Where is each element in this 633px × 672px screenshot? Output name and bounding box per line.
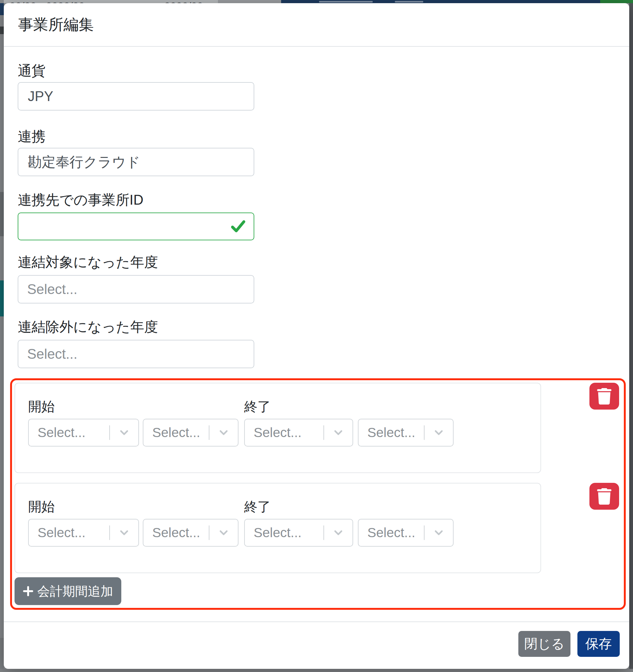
- select-placeholder: Select...: [38, 425, 109, 440]
- delete-period-button[interactable]: [589, 483, 619, 510]
- select-placeholder: Select...: [152, 425, 209, 440]
- background-green-bar: [600, 0, 633, 3]
- currency-input[interactable]: [18, 82, 254, 111]
- start-year-select[interactable]: Select...: [18, 275, 254, 304]
- period-selects: Select... Select...: [28, 519, 540, 547]
- period-end-label: 終了: [244, 399, 271, 414]
- chevron-down-icon[interactable]: [209, 430, 238, 435]
- period-start-year-select[interactable]: Select...: [28, 519, 139, 547]
- selects-gap: [238, 419, 244, 447]
- delete-period-button[interactable]: [589, 383, 619, 410]
- chevron-down-icon[interactable]: [324, 530, 352, 535]
- select-placeholder: Select...: [152, 525, 209, 540]
- end-year-label: 連結除外になった年度: [18, 319, 615, 334]
- add-period-label: 会計期間追加: [37, 583, 113, 600]
- background-page-left-strip: [0, 0, 4, 672]
- chevron-down-icon[interactable]: [424, 430, 453, 435]
- background-left-footer-segment: [0, 638, 4, 669]
- currency-label: 通貨: [18, 63, 615, 78]
- edit-office-dialog: 事業所編集 通貨 連携 連携先での事業所ID 連結対象になった年度 Select…: [4, 3, 629, 669]
- select-placeholder: Select...: [27, 346, 77, 362]
- background-date-range-text: 00/00 - 0000/00: [9, 0, 85, 3]
- integration-label: 連携: [18, 129, 615, 144]
- accounting-periods-section: 開始 終了 Select... Select...: [10, 378, 626, 610]
- valid-check-icon: [231, 220, 245, 233]
- select-placeholder: Select...: [27, 281, 77, 297]
- integration-input[interactable]: [18, 148, 254, 176]
- period-labels: 開始 終了: [28, 499, 540, 514]
- start-year-label: 連結対象になった年度: [18, 255, 615, 270]
- chevron-down-icon[interactable]: [110, 430, 138, 435]
- accounting-period-card: 開始 終了 Select... Select...: [15, 383, 541, 473]
- dialog-footer: 閉じる 保存: [4, 622, 629, 657]
- add-accounting-period-button[interactable]: 会計期間追加: [15, 577, 121, 605]
- background-date-range-area: 00/00 - 0000/00 0000/00: [0, 0, 218, 3]
- trash-icon: [597, 488, 611, 505]
- background-left-navy-segment: [0, 3, 4, 15]
- select-placeholder: Select...: [367, 525, 424, 540]
- background-page-right-strip: [629, 3, 633, 672]
- select-placeholder: Select...: [38, 525, 109, 540]
- background-date-text: 0000/00: [164, 0, 203, 3]
- dialog-title: 事業所編集: [18, 15, 94, 35]
- background-left-teal-segment: [0, 281, 4, 316]
- chevron-down-icon[interactable]: [110, 530, 138, 535]
- accounting-period-row: 開始 終了 Select... Select...: [15, 383, 619, 473]
- background-left-dark-segment: [0, 26, 4, 34]
- save-button[interactable]: 保存: [578, 631, 620, 657]
- background-left-gray-segment: [0, 192, 4, 236]
- close-button[interactable]: 閉じる: [518, 631, 570, 657]
- background-page-top-strip: 00/00 - 0000/00 0000/00: [0, 0, 633, 3]
- end-year-select[interactable]: Select...: [18, 340, 254, 368]
- chevron-down-icon[interactable]: [209, 530, 238, 535]
- plus-icon: [23, 586, 33, 597]
- period-start-month-select[interactable]: Select...: [143, 419, 238, 447]
- select-placeholder: Select...: [254, 425, 324, 440]
- background-navy-bar-mark: [395, 1, 423, 2]
- period-start-label: 開始: [28, 499, 244, 514]
- background-navy-bar: [281, 0, 600, 3]
- period-selects: Select... Select...: [28, 419, 540, 447]
- period-start-label: 開始: [28, 399, 244, 414]
- office-id-input[interactable]: [18, 213, 254, 240]
- select-placeholder: Select...: [254, 525, 324, 540]
- background-navy-bar-mark: [319, 1, 373, 2]
- trash-icon: [597, 388, 611, 405]
- dialog-header: 事業所編集: [4, 3, 629, 47]
- select-placeholder: Select...: [367, 425, 424, 440]
- period-end-year-select[interactable]: Select...: [244, 519, 353, 547]
- chevron-down-icon[interactable]: [324, 430, 352, 435]
- accounting-period-card: 開始 終了 Select... Select...: [15, 483, 541, 573]
- office-id-label: 連携先での事業所ID: [18, 192, 615, 208]
- period-start-month-select[interactable]: Select...: [143, 519, 238, 547]
- period-end-year-select[interactable]: Select...: [244, 419, 353, 447]
- background-toolbar-area: [218, 0, 281, 3]
- accounting-period-row: 開始 終了 Select... Select...: [15, 483, 619, 573]
- office-id-field: [18, 213, 254, 240]
- period-labels: 開始 終了: [28, 399, 540, 414]
- period-start-year-select[interactable]: Select...: [28, 419, 139, 447]
- period-end-month-select[interactable]: Select...: [358, 519, 453, 547]
- period-end-month-select[interactable]: Select...: [358, 419, 453, 447]
- selects-gap: [238, 519, 244, 547]
- dialog-form: 通貨 連携 連携先での事業所ID 連結対象になった年度 Select... 連結…: [18, 63, 615, 368]
- chevron-down-icon[interactable]: [424, 530, 453, 535]
- period-end-label: 終了: [244, 499, 271, 514]
- background-page-bottom-strip: [0, 669, 633, 672]
